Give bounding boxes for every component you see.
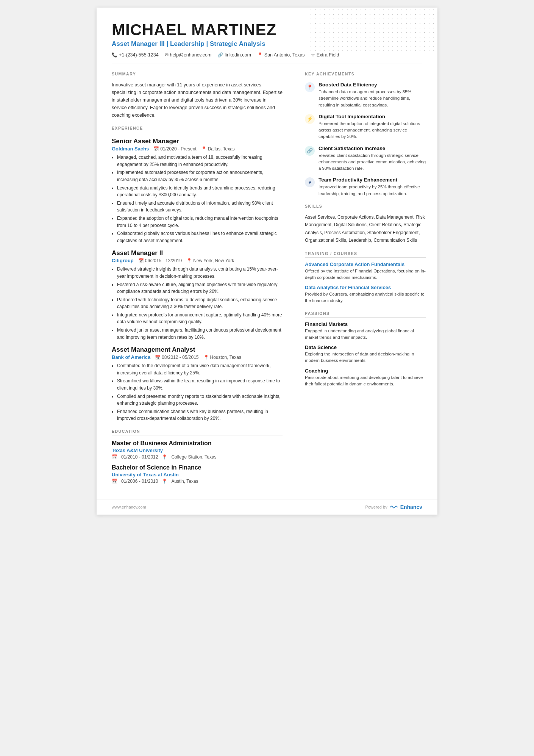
achievement-desc-3: Elevated client satisfaction through str…: [319, 152, 426, 172]
achievement-icon-2: ⚡: [305, 114, 315, 124]
passions-label: PASSIONS: [305, 311, 426, 318]
achievement-content-3: Client Satisfaction Increase Elevated cl…: [319, 146, 426, 172]
calendar-icon-1: 📅: [153, 146, 159, 152]
email-contact: ✉ help@enhancv.com: [165, 52, 212, 58]
email-icon: ✉: [165, 52, 169, 58]
edu-calendar-icon-1: 📅: [112, 454, 117, 460]
bullet-1-2: Implemented automated processes for corp…: [117, 169, 283, 183]
education-label: EDUCATION: [112, 429, 283, 435]
job-location-1: 📍 Dallas, Texas: [201, 146, 235, 152]
company-2: Citigroup: [112, 258, 134, 263]
main-content: SUMMARY Innovative asset manager with 11…: [97, 64, 437, 495]
achievement-title-2: Digital Tool Implementation: [319, 114, 426, 119]
edu-school-1: Texas A&M University: [112, 448, 283, 453]
company-3: Bank of America: [112, 354, 150, 360]
phone-icon: 📞: [112, 52, 117, 58]
header-section: MICHAEL MARTINEZ Asset Manager III | Lea…: [97, 8, 437, 64]
job-date-1: 📅 01/2020 - Present: [153, 146, 196, 152]
bullet-2-4: Integrated new protocols for announcemen…: [117, 311, 283, 326]
edu-school-2: University of Texas at Austin: [112, 472, 283, 477]
phone-number: +1-(234)-555-1234: [119, 52, 159, 58]
edu-degree-1: Master of Business Administration: [112, 440, 283, 447]
passion-desc-2: Exploring the intersection of data and d…: [305, 351, 426, 364]
passion-item-3: Coaching Passionate about mentoring and …: [305, 368, 426, 388]
achievement-title-1: Boosted Data Efficiency: [319, 82, 426, 88]
location-icon-2: 📍: [186, 258, 192, 263]
training-item-2: Data Analytics for Financial Services Pr…: [305, 285, 426, 304]
bullet-2-5: Mentored junior asset managers, facilita…: [117, 327, 283, 341]
training-label: TRAINING / COURSES: [305, 251, 426, 258]
job-location-3: 📍 Houston, Texas: [203, 355, 242, 360]
training-item-1: Advanced Corporate Action Fundamentals O…: [305, 261, 426, 281]
achievement-item-1: 📍 Boosted Data Efficiency Enhanced data …: [305, 82, 426, 108]
location-icon-3: 📍: [203, 355, 209, 360]
edu-location-icon-1: 📍: [162, 454, 167, 460]
footer-brand: Powered by Enhancv: [365, 504, 422, 510]
training-desc-1: Offered by the Institute of Financial Op…: [305, 268, 426, 281]
bullet-3-3: Compiled and presented monthly reports t…: [117, 393, 283, 407]
edu-date-1: 01/2010 - 01/2012: [121, 454, 158, 460]
bullet-1-1: Managed, coached, and motivated a team o…: [117, 154, 283, 168]
edu-date-2: 01/2006 - 01/2010: [121, 479, 158, 484]
experience-label: EXPERIENCE: [112, 126, 283, 132]
edu-entry-1: Master of Business Administration Texas …: [112, 440, 283, 460]
training-desc-2: Provided by Coursera, emphasizing analyt…: [305, 291, 426, 304]
job-entry-3: Asset Management Analyst Bank of America…: [112, 346, 283, 422]
contact-bar: 📞 +1-(234)-555-1234 ✉ help@enhancv.com 🔗…: [112, 52, 422, 58]
job-bullets-3: Contributed to the development of a firm…: [112, 362, 283, 422]
location-text: San Antonio, Texas: [264, 52, 305, 58]
achievement-item-4: ♥ Team Productivity Enhancement Improved…: [305, 177, 426, 197]
achievement-content-1: Boosted Data Efficiency Enhanced data ma…: [319, 82, 426, 108]
achievement-title-3: Client Satisfaction Increase: [319, 146, 426, 151]
page-footer: www.enhancv.com Powered by Enhancv: [97, 499, 437, 515]
job-location-2: 📍 New York, New York: [186, 258, 234, 263]
company-1: Goldman Sachs: [112, 146, 149, 152]
job-meta-2: Citigroup 📅 06/2015 - 12/2019 📍 New York…: [112, 258, 283, 263]
edu-meta-1: 📅 01/2010 - 01/2012 📍 College Station, T…: [112, 454, 283, 460]
passion-item-1: Financial Markets Engaged in understandi…: [305, 321, 426, 341]
achievement-desc-4: Improved team productivity by 25% throug…: [319, 184, 426, 197]
edu-location-2: Austin, Texas: [171, 479, 198, 484]
job-date-3: 📅 08/2012 - 05/2015: [155, 355, 198, 360]
bullet-3-2: Streamlined workflows within the team, r…: [117, 377, 283, 391]
bullet-1-3: Leveraged data analytics to identify tre…: [117, 185, 283, 199]
job-title-3: Asset Management Analyst: [112, 346, 283, 354]
edu-meta-2: 📅 01/2006 - 01/2010 📍 Austin, Texas: [112, 479, 283, 484]
achievement-icon-3: 🔗: [305, 146, 315, 156]
job-bullets-1: Managed, coached, and motivated a team o…: [112, 154, 283, 244]
job-bullets-2: Delivered strategic insights through dat…: [112, 266, 283, 341]
passion-item-2: Data Science Exploring the intersection …: [305, 344, 426, 364]
extra-field: Extra Field: [317, 52, 339, 58]
skills-text: Asset Services, Corporate Actions, Data …: [305, 213, 426, 244]
training-title-1: Advanced Corporate Action Fundamentals: [305, 261, 426, 267]
powered-by-label: Powered by: [365, 505, 387, 509]
location-icon: 📍: [257, 52, 263, 58]
location-contact: 📍 San Antonio, Texas: [257, 52, 305, 58]
calendar-icon-3: 📅: [155, 355, 161, 360]
passion-title-1: Financial Markets: [305, 321, 426, 327]
right-column: KEY ACHIEVEMENTS 📍 Boosted Data Efficien…: [294, 64, 437, 495]
achievement-desc-1: Enhanced data management processes by 35…: [319, 89, 426, 108]
passion-desc-1: Engaged in understanding and analyzing g…: [305, 328, 426, 341]
link-icon: 🔗: [217, 52, 223, 58]
job-entry-1: Senior Asset Manager Goldman Sachs 📅 01/…: [112, 138, 283, 244]
achievement-icon-4: ♥: [305, 177, 315, 187]
passion-title-3: Coaching: [305, 368, 426, 374]
achievement-item-2: ⚡ Digital Tool Implementation Pioneered …: [305, 114, 426, 140]
email-address: help@enhancv.com: [170, 52, 212, 58]
website-contact: 🔗 linkedin.com: [217, 52, 251, 58]
bullet-3-1: Contributed to the development of a firm…: [117, 362, 283, 376]
bullet-2-1: Delivered strategic insights through dat…: [117, 266, 283, 280]
job-title-2: Asset Manager II: [112, 249, 283, 257]
website-url: linkedin.com: [225, 52, 251, 58]
extra-contact: ☆ Extra Field: [311, 52, 339, 58]
job-entry-2: Asset Manager II Citigroup 📅 06/2015 - 1…: [112, 249, 283, 341]
achievement-content-2: Digital Tool Implementation Pioneered th…: [319, 114, 426, 140]
edu-calendar-icon-2: 📅: [112, 479, 117, 484]
candidate-title: Asset Manager III | Leadership | Strateg…: [112, 40, 422, 48]
achievement-item-3: 🔗 Client Satisfaction Increase Elevated …: [305, 146, 426, 172]
achievement-desc-2: Pioneered the adoption of integrated dig…: [319, 121, 426, 140]
left-column: SUMMARY Innovative asset manager with 11…: [97, 64, 294, 495]
edu-entry-2: Bachelor of Science in Finance Universit…: [112, 464, 283, 484]
location-icon-1: 📍: [201, 146, 207, 152]
